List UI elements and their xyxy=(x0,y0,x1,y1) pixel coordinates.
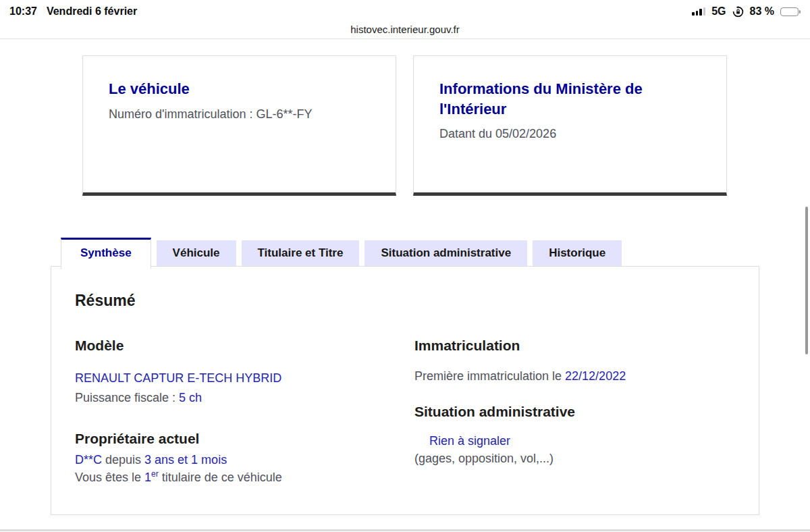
tab-bar: Synthèse Véhicule Titulaire et Titre Sit… xyxy=(61,238,622,269)
holder-line: Vous êtes le 1er titulaire de ce véhicul… xyxy=(75,469,414,486)
owner-name: D**C xyxy=(75,453,102,467)
clock: 10:37 xyxy=(9,5,37,18)
holder-rank: 1er xyxy=(144,471,159,484)
model-name-value: RENAULT CAPTUR E-TECH HYBRID xyxy=(75,371,281,385)
holder-prefix: Vous êtes le xyxy=(75,471,144,484)
holder-rank-sup: er xyxy=(151,469,159,479)
ipad-safari-screen: 10:37 Vendredi 6 février 5G 83 % xyxy=(0,0,810,532)
ministry-card-date-line: Datant du 05/02/2026 xyxy=(439,127,701,141)
tab-historique[interactable]: Historique xyxy=(533,240,622,266)
ministry-card-title: Informations du Ministère de l'Intérieur xyxy=(439,79,682,119)
scrollbar-thumb[interactable] xyxy=(805,207,808,354)
model-heading: Modèle xyxy=(75,338,414,354)
date: Vendredi 6 février xyxy=(47,5,137,18)
vehicle-card: Le véhicule Numéro d'immatriculation : G… xyxy=(82,55,396,196)
holder-suffix: titulaire de ce véhicule xyxy=(159,471,282,484)
battery-icon xyxy=(780,7,801,16)
first-registration-date: 22/12/2022 xyxy=(565,369,626,383)
registration-heading: Immatriculation xyxy=(414,338,735,354)
network-type-label: 5G xyxy=(711,5,726,18)
cellular-signal-icon xyxy=(692,7,705,16)
tab-situation-administrative[interactable]: Situation administrative xyxy=(364,240,527,266)
tab-titulaire-et-titre[interactable]: Titulaire et Titre xyxy=(242,240,360,266)
vehicle-card-registration-line: Numéro d'immatriculation : GL-6**-FY xyxy=(109,107,370,122)
fiscal-power-line: Puissance fiscale : 5 ch xyxy=(75,389,414,406)
left-column: Modèle RENAULT CAPTUR E-TECH HYBRID Puis… xyxy=(75,338,414,486)
fiscal-power-label: Puissance fiscale : xyxy=(75,391,179,404)
url-text[interactable]: histovec.interieur.gouv.fr xyxy=(350,24,459,35)
owner-duration: 3 ans et 1 mois xyxy=(144,453,227,467)
owner-line: D**C depuis 3 ans et 1 mois xyxy=(75,451,414,469)
footer-divider xyxy=(0,529,810,531)
tab-vehicule[interactable]: Véhicule xyxy=(157,240,236,266)
admin-status-value: Rien à signaler xyxy=(429,434,510,448)
battery-percent-label: 83 % xyxy=(750,5,774,18)
model-name: RENAULT CAPTUR E-TECH HYBRID xyxy=(75,369,414,387)
summary-title: Résumé xyxy=(75,292,735,310)
status-bar: 10:37 Vendredi 6 février 5G 83 % xyxy=(0,0,810,20)
first-registration-label: Première immatriculation le xyxy=(414,369,565,383)
fiscal-power-value: 5 ch xyxy=(179,391,202,404)
ministry-card: Informations du Ministère de l'Intérieur… xyxy=(413,55,727,196)
vehicle-card-title: Le véhicule xyxy=(109,79,352,99)
admin-status-line: Rien à signaler xyxy=(414,432,735,450)
admin-status-heading: Situation administrative xyxy=(414,404,735,420)
admin-status-note: (gages, opposition, vol,...) xyxy=(414,450,735,467)
first-registration-line: Première immatriculation le 22/12/2022 xyxy=(414,367,735,385)
right-column: Immatriculation Première immatriculation… xyxy=(414,338,735,486)
url-bar[interactable]: histovec.interieur.gouv.fr xyxy=(0,20,810,39)
owner-heading: Propriétaire actuel xyxy=(75,431,414,447)
rotation-lock-icon xyxy=(732,6,744,18)
tab-synthese[interactable]: Synthèse xyxy=(61,238,151,269)
synthese-panel: Résumé Modèle RENAULT CAPTUR E-TECH HYBR… xyxy=(51,266,759,515)
owner-since-label: depuis xyxy=(102,453,144,467)
